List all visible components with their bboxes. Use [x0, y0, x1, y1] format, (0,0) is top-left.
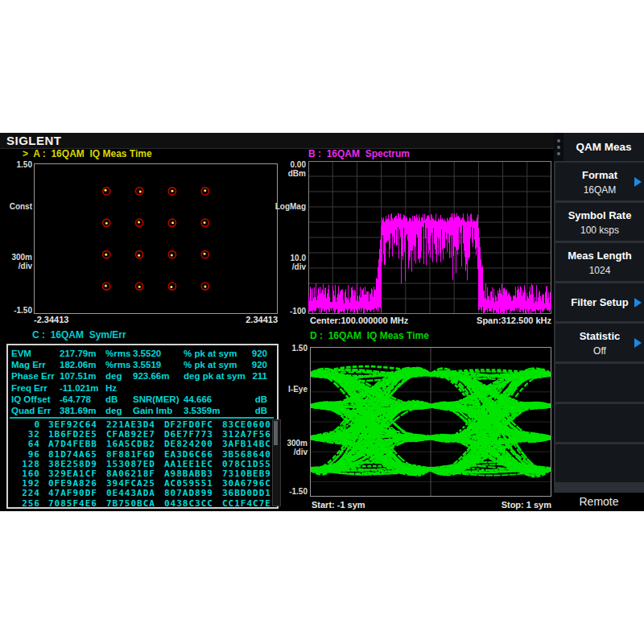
measurement-table: EVM217.79m%rms3.5520% pk at sym920Mag Er…	[8, 348, 277, 416]
constellation-point	[168, 283, 175, 290]
meas-cell: 381.69m	[60, 405, 96, 416]
meas-cell: Gain Imb	[133, 405, 172, 416]
menu-button-empty-1	[555, 364, 644, 402]
menu-button-statistic[interactable]: StatisticOff	[555, 324, 644, 361]
hex-word: CC1F4C7E	[222, 499, 272, 509]
remote-status[interactable]: Remote	[554, 493, 644, 511]
meas-cell: dB	[219, 405, 267, 416]
hex-word: 0E443ADA	[106, 489, 156, 498]
axis-label: -100	[274, 307, 306, 316]
topbar: SIGLENT	[0, 133, 554, 149]
menu-button-label: Statistic	[555, 330, 644, 342]
meas-row: Freq Err-11.021mHz	[8, 382, 277, 394]
constellation-point	[103, 251, 110, 258]
meas-cell: 217.79m	[60, 348, 96, 359]
menu-button-format[interactable]: Format16QAM	[555, 163, 644, 200]
meas-cell: 44.666	[184, 394, 212, 405]
hex-word: EA3D6C66	[164, 450, 214, 460]
constellation-point	[135, 219, 142, 226]
x-axis-min: -2.34413	[34, 315, 68, 325]
constellation-point	[103, 283, 110, 290]
meas-cell: 920	[219, 359, 267, 370]
menu-button-label: Filter Setup	[555, 283, 644, 321]
hex-word: 7085F4E6	[48, 499, 98, 509]
menu-button-empty-3	[555, 444, 644, 482]
hex-word: A7D4FEBB	[48, 440, 98, 449]
span-label: Span:312.500 kHz	[439, 316, 551, 326]
sym-err-box: EVM217.79m%rms3.5520% pk at sym920Mag Er…	[6, 344, 279, 509]
axis-label: 1.50	[0, 160, 32, 170]
menu-button-meas-length[interactable]: Meas Length1024	[555, 243, 644, 281]
constellation-point	[201, 188, 208, 195]
meas-cell: 923.66m	[133, 370, 169, 382]
analyzer-screen: SIGLENT > A : 16QAM IQ Meas Time 1.50 Co…	[0, 133, 644, 511]
chevron-right-icon	[634, 177, 642, 187]
hex-word: 47AF90DF	[48, 489, 98, 498]
hex-word: 807AD899	[164, 489, 214, 498]
panel-b-header[interactable]: B : 16QAM Spectrum	[308, 149, 410, 159]
menu-button-label: Format	[555, 169, 644, 181]
meas-cell: -11.021m	[60, 382, 99, 394]
hex-word: 3AFB14BC	[222, 440, 272, 449]
menu-button-value: 16QAM	[555, 184, 644, 196]
panel-c-header[interactable]: C : 16QAM Sym/Err	[32, 330, 126, 341]
page: SIGLENT > A : 16QAM IQ Meas Time 1.50 Co…	[0, 0, 644, 644]
sidebar-menu: QAM Meas Format16QAMSymbol Rate100 kspsM…	[554, 133, 644, 511]
panel-a-header[interactable]: > A : 16QAM IQ Meas Time	[23, 149, 152, 159]
axis-label: /div	[274, 262, 306, 272]
panel-d-header[interactable]: D : 16QAM IQ Meas Time	[310, 331, 429, 341]
menu-button-value: Off	[555, 345, 644, 357]
hex-row: 22447AF90DF0E443ADA807AD89936BD0DD1	[8, 489, 267, 498]
axis-label: 1.50	[275, 344, 308, 353]
menu-button-label: Meas Length	[555, 250, 644, 262]
hex-offset: 256	[8, 499, 40, 509]
meas-cell: 211	[219, 370, 267, 382]
meas-cell: 920	[219, 348, 267, 359]
hex-offset: 96	[8, 450, 40, 460]
meas-cell: deg	[105, 405, 122, 416]
sidebar-title: QAM Meas	[564, 133, 644, 161]
constellation-point	[103, 219, 110, 226]
hex-row: 64A7D4FEBB16A5CDB2DE8242003AFB14BC	[8, 440, 267, 449]
meas-cell: 3.5359m	[184, 405, 220, 416]
hex-row: 9681D74A658F881F6DEA3D6C663B568640	[8, 450, 267, 460]
constellation-point	[135, 251, 142, 258]
constellation-point	[135, 188, 142, 195]
hex-word: DE824200	[164, 440, 214, 449]
stop-label: Stop: 1 sym	[439, 500, 551, 510]
axis-label: /div	[0, 262, 32, 271]
constellation-point	[168, 251, 175, 258]
meas-cell: %rms	[105, 348, 130, 359]
constellation-point	[201, 283, 208, 290]
hex-word: 7B750BCA	[106, 499, 156, 509]
axis-label: -1.50	[0, 306, 32, 316]
meas-cell: %rms	[105, 359, 130, 370]
constellation-point	[168, 219, 175, 226]
center-frequency-label: Center:100.000000 MHz	[310, 316, 408, 326]
x-axis-max: 2.34413	[197, 315, 278, 325]
meas-cell: 3.5519	[133, 359, 161, 370]
menu-button-filter-setup[interactable]: Filter Setup	[555, 283, 644, 321]
meas-cell: Hz	[105, 382, 117, 394]
siglent-logo: SIGLENT	[6, 134, 62, 147]
meas-row: IQ Offset-64.778dBSNR(MER)44.666dB	[8, 394, 277, 405]
axis-label: /div	[275, 448, 308, 457]
meas-cell: IQ Offset	[11, 394, 51, 405]
meas-cell: Mag Err	[11, 359, 46, 370]
meas-cell: dB	[219, 394, 267, 405]
meas-cell: 3.5520	[133, 348, 161, 359]
menu-button-value: 1024	[555, 265, 644, 276]
constellation-point	[103, 188, 110, 195]
menu-button-symbol-rate[interactable]: Symbol Rate100 ksps	[555, 203, 644, 241]
table-separator	[10, 417, 274, 419]
chevron-right-icon	[634, 338, 642, 348]
constellation-point	[135, 283, 142, 290]
menu-handle-dots-icon[interactable]	[554, 133, 564, 161]
chevron-right-icon	[634, 298, 642, 308]
hex-word: 8F881F6D	[106, 450, 156, 460]
meas-cell: dB	[105, 394, 118, 405]
meas-cell: deg	[105, 370, 122, 382]
hex-offset: 64	[8, 440, 40, 449]
hex-word: 81D74A65	[48, 450, 98, 460]
meas-cell: -64.778	[60, 394, 91, 405]
